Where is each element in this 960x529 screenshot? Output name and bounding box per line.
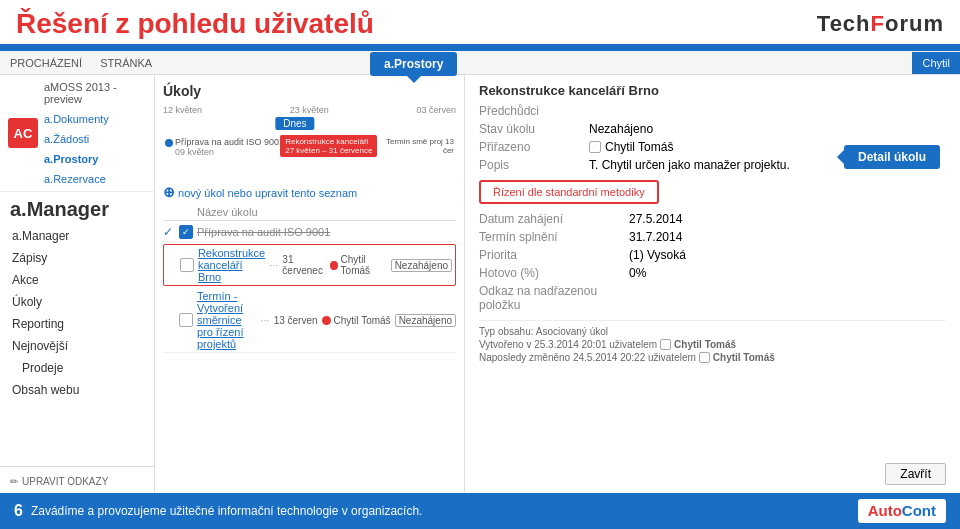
task-name-1: Příprava na audit ISO 9001 — [197, 226, 456, 238]
detail-footer: Typ obsahu: Asociovaný úkol Vytvořeno v … — [479, 320, 946, 363]
task-list-item-highlighted[interactable]: Rekonstrukce kanceláří Brno ··· 31 červe… — [163, 244, 456, 286]
app-nav-zadosti[interactable]: a.Žádosti — [44, 133, 89, 145]
autocont-logo: AutoCont — [858, 499, 946, 523]
task-checkbox-3[interactable] — [179, 313, 193, 327]
blue-divider — [0, 44, 960, 51]
tasks-area: Úkoly 12 květen 23 květen 03 červen Dnes… — [155, 75, 465, 495]
sidebar-divider — [0, 466, 154, 467]
timeline-label-left: 12 květen — [163, 105, 202, 115]
callout-detail: Detail úkolu — [844, 145, 940, 169]
detail-row-hotovo: Hotovo (%) 0% — [479, 266, 946, 280]
footer-checkbox-created — [660, 339, 671, 350]
nav-tab-stránka[interactable]: STRÁNKA — [100, 57, 152, 69]
timeline-label-right: 03 červen — [416, 105, 456, 115]
slide-title: Řešení z pohledu uživatelů — [16, 8, 374, 40]
detail-row-start: Datum zahájení 27.5.2014 — [479, 212, 946, 226]
sidebar-item-nejnovejsi[interactable]: Nejnovější — [0, 335, 154, 357]
sidebar-item-obsah[interactable]: Obsah webu — [0, 379, 154, 401]
detail-panel: Rekonstrukce kanceláří Brno Předchůdci S… — [465, 75, 960, 495]
footer-checkbox-modified — [699, 352, 710, 363]
app-nav-amoss[interactable]: aMOSS 2013 - preview — [44, 81, 146, 105]
app-nav-dokumenty[interactable]: a.Dokumenty — [44, 113, 109, 125]
task-list-header: Název úkolu — [163, 206, 456, 221]
sidebar-nav: a.Manager Zápisy Akce Úkoly Reporting Ne… — [0, 225, 154, 462]
assigned-checkbox[interactable] — [589, 141, 601, 153]
task-checkbox-2[interactable] — [180, 258, 194, 272]
sidebar-app-title: a.Manager — [0, 192, 154, 225]
sidebar-item-prodeje[interactable]: Prodeje — [0, 357, 154, 379]
nav-tab-procházení[interactable]: PROCHÁZENÍ — [10, 57, 82, 69]
detail-row-deadline: Termín splnění 31.7.2014 — [479, 230, 946, 244]
task-date-2: 31 červenec — [282, 254, 326, 276]
sidebar-item-zapisy[interactable]: Zápisy — [0, 247, 154, 269]
detail-row-parent: Odkaz na nadřazenou položku — [479, 284, 946, 312]
callout-prostory: a.Prostory — [370, 52, 457, 76]
app-nav-rezervace[interactable]: a.Rezervace — [44, 173, 106, 185]
detail-row-status: Stav úkolu Nezahájeno — [479, 122, 946, 136]
bottom-bar: 6 Zavádíme a provozujeme užitečné inform… — [0, 493, 960, 529]
task-person-2: Chytil Tomáš — [341, 254, 387, 276]
sidebar-item-ukoly[interactable]: Úkoly — [0, 291, 154, 313]
edit-links[interactable]: ✏ UPRAVIT ODKAZY — [0, 471, 154, 495]
detail-row-priority: Priorita (1) Vysoká — [479, 248, 946, 262]
techforum-logo: TechForum — [817, 11, 944, 37]
task-dot-3 — [322, 316, 331, 325]
detail-title: Rekonstrukce kanceláří Brno — [479, 83, 946, 98]
today-badge: Dnes — [275, 117, 314, 130]
task-name-3: Termín - Vytvoření směrnice pro řízení p… — [197, 290, 256, 350]
new-task-link[interactable]: ⊕ nový úkol nebo upravit tento seznam — [163, 184, 456, 200]
sidebar: AC aMOSS 2013 - preview a.Dokumenty a.Žá… — [0, 75, 155, 495]
timeline-dot — [165, 139, 173, 147]
task-status-2: Nezahájeno — [391, 259, 452, 272]
ac-logo: AC — [8, 118, 38, 148]
sub-task-row: Příprava na audit ISO 9001 — [175, 137, 284, 147]
app-nav-prostory[interactable]: a.Prostory — [44, 153, 98, 165]
bottom-number: 6 — [14, 502, 23, 520]
task-list-item: ✓ ✓ Příprava na audit ISO 9001 — [163, 223, 456, 242]
close-button[interactable]: Zavřít — [885, 463, 946, 485]
user-bar: Chytil — [912, 52, 960, 74]
task-status-3: Nezahájeno — [395, 314, 456, 327]
timeline: 12 květen 23 květen 03 červen Dnes Rekon… — [163, 105, 456, 180]
sidebar-item-reporting[interactable]: Reporting — [0, 313, 154, 335]
task-name-2: Rekonstrukce kanceláří Brno — [198, 247, 265, 283]
task-person-3: Chytil Tomáš — [334, 315, 391, 326]
timeline-label-mid: 23 květen — [290, 105, 329, 115]
sidebar-item-amanager[interactable]: a.Manager — [0, 225, 154, 247]
pencil-icon: ✏ — [10, 476, 18, 487]
task-list-item-3: Termín - Vytvoření směrnice pro řízení p… — [163, 288, 456, 353]
bottom-text: Zavádíme a provozujeme užitečné informač… — [31, 504, 423, 518]
method-box: Řízení dle standardní metodiky — [479, 180, 659, 204]
sidebar-item-akce[interactable]: Akce — [0, 269, 154, 291]
detail-row-predecessors: Předchůdci — [479, 104, 946, 118]
task-date-3: 13 červen — [274, 315, 318, 326]
task-checkbox-1[interactable]: ✓ — [179, 225, 193, 239]
task-bar-main: Rekonstrukce kanceláří 27 květen – 31 če… — [280, 135, 377, 157]
nav-tabs-bar: PROCHÁZENÍ STRÁNKA — [0, 51, 960, 75]
task-dot-2 — [330, 261, 337, 270]
